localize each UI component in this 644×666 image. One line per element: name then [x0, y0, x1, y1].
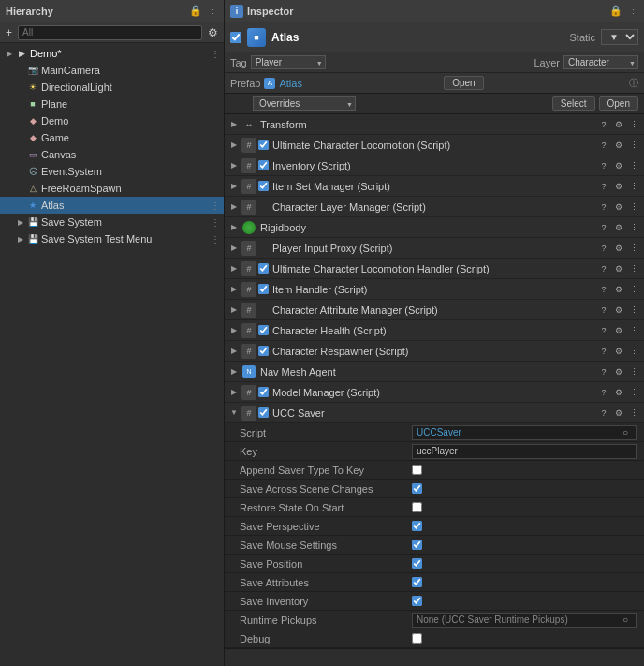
itemsetmanager-checkbox[interactable]	[258, 181, 269, 191]
demo-options-icon[interactable]: ⋮	[211, 49, 224, 59]
savesystem-options-icon[interactable]: ⋮	[211, 217, 224, 228]
charhealth-help-icon[interactable]: ?	[597, 324, 610, 337]
charrespawn-checkbox[interactable]	[258, 346, 269, 356]
inventory-help-icon[interactable]: ?	[597, 159, 610, 172]
hierarchy-item-maincamera[interactable]: 📷 MainCamera	[0, 62, 224, 79]
more-icon[interactable]: ⋮	[208, 5, 218, 17]
itemhandler-settings-icon[interactable]: ⚙	[612, 283, 625, 296]
runtimepickups-dot-button[interactable]: ○	[619, 614, 632, 627]
overrides-dropdown[interactable]: Overrides	[253, 96, 356, 111]
component-itemsetmanager[interactable]: ▶ # Item Set Manager (Script) ? ⚙ ⋮	[225, 176, 644, 197]
hierarchy-item-canvas[interactable]: ▭ Canvas	[0, 146, 224, 163]
ucclocomothandler-help-icon[interactable]: ?	[597, 262, 610, 275]
static-dropdown[interactable]: ▼	[601, 29, 638, 45]
itemsetmanager-help-icon[interactable]: ?	[597, 180, 610, 193]
component-charlayerman[interactable]: ▶ # Character Layer Manager (Script) ? ⚙…	[225, 197, 644, 217]
atlas-options-icon[interactable]: ⋮	[211, 200, 224, 211]
saveattributes-checkbox[interactable]	[412, 577, 422, 587]
hierarchy-item-plane[interactable]: ■ Plane	[0, 96, 224, 112]
restorestate-checkbox[interactable]	[412, 502, 422, 512]
saveperspective-checkbox[interactable]	[412, 521, 422, 531]
hierarchy-item-freereamspawn[interactable]: △ FreeRoamSpawn	[0, 180, 224, 197]
hierarchy-item-demo2[interactable]: ◆ Demo	[0, 112, 224, 129]
component-modelmanager[interactable]: ▶ # Model Manager (Script) ? ⚙ ⋮	[225, 382, 644, 403]
rigidbody-help-icon[interactable]: ?	[597, 221, 610, 234]
saveinventory-checkbox[interactable]	[412, 596, 422, 606]
uccsaver-help-icon[interactable]: ?	[597, 407, 610, 420]
component-inventory[interactable]: ▶ # Inventory (Script) ? ⚙ ⋮	[225, 155, 644, 176]
component-transform[interactable]: ▶ ↔ Transform ? ⚙ ⋮	[225, 114, 644, 135]
savesystemtest-options-icon[interactable]: ⋮	[211, 234, 224, 244]
charrespawn-help-icon[interactable]: ?	[597, 345, 610, 358]
charlayerman-help-icon[interactable]: ?	[597, 200, 610, 214]
playerinput-settings-icon[interactable]: ⚙	[612, 242, 625, 255]
rigidbody-more-icon[interactable]: ⋮	[627, 221, 640, 234]
append-checkbox[interactable]	[412, 465, 422, 475]
select-button[interactable]: Select	[552, 96, 595, 111]
itemsetmanager-more-icon[interactable]: ⋮	[627, 180, 640, 193]
layer-dropdown[interactable]: Character	[564, 55, 638, 69]
search-options-button[interactable]: ⚙	[206, 26, 220, 39]
object-enabled-checkbox[interactable]	[230, 32, 242, 43]
transform-settings-icon[interactable]: ⚙	[612, 118, 625, 131]
hierarchy-item-atlas[interactable]: ★ Atlas ⋮	[0, 197, 224, 214]
itemhandler-checkbox[interactable]	[258, 284, 269, 294]
charhealth-settings-icon[interactable]: ⚙	[612, 324, 625, 337]
modelmanager-help-icon[interactable]: ?	[597, 386, 610, 399]
component-playerinput[interactable]: ▶ # Player Input Proxy (Script) ? ⚙ ⋮	[225, 238, 644, 259]
lock-icon[interactable]: 🔒	[189, 5, 202, 17]
modelmanager-settings-icon[interactable]: ⚙	[612, 386, 625, 399]
modelmanager-more-icon[interactable]: ⋮	[627, 386, 640, 399]
charhealth-checkbox[interactable]	[258, 325, 269, 335]
uccsaver-more-icon[interactable]: ⋮	[627, 407, 640, 420]
ucclocomothandler-more-icon[interactable]: ⋮	[627, 262, 640, 275]
navmesh-more-icon[interactable]: ⋮	[627, 365, 640, 378]
ucclocomothandler-checkbox[interactable]	[258, 263, 269, 274]
inspector-lock-icon[interactable]: 🔒	[609, 5, 622, 17]
tag-dropdown[interactable]: Player	[251, 55, 326, 69]
saveacross-checkbox[interactable]	[412, 483, 422, 494]
hierarchy-item-directionallight[interactable]: ☀ DirectionalLight	[0, 79, 224, 96]
charrespawn-settings-icon[interactable]: ⚙	[612, 345, 625, 358]
charhealth-more-icon[interactable]: ⋮	[627, 324, 640, 337]
ucclocomothandler-settings-icon[interactable]: ⚙	[612, 262, 625, 275]
saveposition-checkbox[interactable]	[412, 558, 422, 569]
component-itemhandler[interactable]: ▶ # Item Handler (Script) ? ⚙ ⋮	[225, 279, 644, 300]
transform-more-icon[interactable]: ⋮	[627, 118, 640, 131]
component-charrespawn[interactable]: ▶ # Character Respawner (Script) ? ⚙ ⋮	[225, 341, 644, 362]
inspector-more-icon[interactable]: ⋮	[628, 5, 638, 17]
component-ucclocomot[interactable]: ▶ # Ultimate Character Locomotion (Scrip…	[225, 135, 644, 155]
ucclocomot-more-icon[interactable]: ⋮	[627, 139, 640, 152]
ucclocomot-checkbox[interactable]	[258, 140, 269, 150]
hierarchy-item-eventsystem[interactable]: ☹ EventSystem	[0, 163, 224, 180]
add-button[interactable]: +	[4, 26, 14, 39]
uccsaver-settings-icon[interactable]: ⚙	[612, 407, 625, 420]
charlayerman-settings-icon[interactable]: ⚙	[612, 200, 625, 214]
open-button[interactable]: Open	[444, 76, 483, 90]
component-charhealth[interactable]: ▶ # Character Health (Script) ? ⚙ ⋮	[225, 320, 644, 341]
hierarchy-item-savesystem[interactable]: ▶ 💾 Save System ⋮	[0, 214, 224, 230]
navmesh-help-icon[interactable]: ?	[597, 365, 610, 378]
hierarchy-item-savesystemtest[interactable]: ▶ 💾 Save System Test Menu ⋮	[0, 230, 224, 247]
component-charattrib[interactable]: ▶ # Character Attribute Manager (Script)…	[225, 300, 644, 320]
inventory-settings-icon[interactable]: ⚙	[612, 159, 625, 172]
hierarchy-item-demo[interactable]: ▶ ▶ Demo* ⋮	[0, 45, 224, 62]
charattrib-help-icon[interactable]: ?	[597, 303, 610, 317]
search-input[interactable]	[18, 25, 202, 40]
rigidbody-settings-icon[interactable]: ⚙	[612, 221, 625, 234]
ucclocomot-help-icon[interactable]: ?	[597, 139, 610, 152]
uccsaver-checkbox[interactable]	[258, 407, 269, 418]
ucclocomot-settings-icon[interactable]: ⚙	[612, 139, 625, 152]
itemhandler-help-icon[interactable]: ?	[597, 283, 610, 296]
navmesh-settings-icon[interactable]: ⚙	[612, 365, 625, 378]
transform-help-icon[interactable]: ?	[597, 118, 610, 131]
modelmanager-checkbox[interactable]	[258, 387, 269, 397]
ucc-saver-header[interactable]: ▼ # UCC Saver ? ⚙ ⋮	[225, 403, 644, 423]
savemouse-checkbox[interactable]	[412, 540, 422, 550]
inventory-more-icon[interactable]: ⋮	[627, 159, 640, 172]
inventory-checkbox[interactable]	[258, 160, 269, 170]
component-navmesh[interactable]: ▶ N Nav Mesh Agent ? ⚙ ⋮	[225, 362, 644, 382]
charattrib-more-icon[interactable]: ⋮	[627, 303, 640, 317]
debug-checkbox[interactable]	[412, 633, 422, 644]
key-field-input[interactable]	[412, 444, 637, 459]
